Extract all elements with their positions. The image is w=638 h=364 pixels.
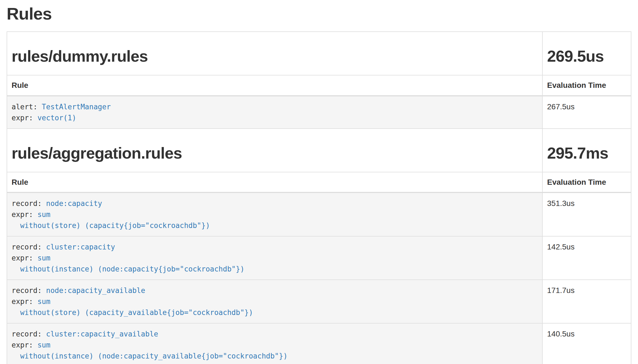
rule-link[interactable]: sum without(store) (capacity_available{j… <box>12 297 253 317</box>
rule-group-eval-total-cell: 269.5us <box>542 32 631 75</box>
rule-column-header: Rule <box>7 172 542 193</box>
rule-row: alert: TestAlertManager expr: vector(1)2… <box>7 96 631 129</box>
rule-group-name: rules/aggregation.rules <box>12 144 538 162</box>
rule-cell: record: node:capacity_available expr: su… <box>7 280 542 323</box>
rule-link[interactable]: sum without(instance) (node:capacity_ava… <box>12 341 288 360</box>
rule-group-file-cell: rules/aggregation.rules <box>7 129 542 172</box>
rule-row: record: node:capacity_available expr: su… <box>7 280 631 323</box>
rule-field-key: record: <box>12 243 46 251</box>
rule-link[interactable]: sum without(instance) (node:capacity{job… <box>12 254 244 273</box>
rule-definition: record: cluster:capacity expr: sum witho… <box>12 241 538 275</box>
rule-evaluation-time: 351.3us <box>542 192 631 236</box>
rule-group-eval-total-cell: 295.7ms <box>542 129 631 172</box>
rule-link[interactable]: cluster:capacity <box>46 243 115 251</box>
rule-field-key: expr: <box>12 341 37 349</box>
rules-page: Rules rules/dummy.rules269.5usRuleEvalua… <box>0 0 638 364</box>
rule-cell: record: cluster:capacity expr: sum witho… <box>7 236 542 280</box>
rule-field-key: record: <box>12 199 46 208</box>
rule-definition: alert: TestAlertManager expr: vector(1) <box>12 101 538 123</box>
rule-group-name: rules/dummy.rules <box>12 47 538 65</box>
rule-link[interactable]: node:capacity_available <box>46 286 145 295</box>
rule-definition: record: node:capacity_available expr: su… <box>12 285 538 318</box>
rule-cell: record: cluster:capacity_available expr:… <box>7 323 542 364</box>
columns-header-row: RuleEvaluation Time <box>7 172 631 193</box>
rule-field-key: expr: <box>12 297 37 306</box>
rule-evaluation-time: 171.7us <box>542 280 631 323</box>
rule-field-key: expr: <box>12 114 37 122</box>
rule-row: record: cluster:capacity_available expr:… <box>7 323 631 364</box>
rule-column-header: Rule <box>7 75 542 96</box>
rule-link[interactable]: vector(1) <box>37 114 76 122</box>
rule-group-header-row: rules/aggregation.rules295.7ms <box>7 129 631 172</box>
evaluation-time-column-header: Evaluation Time <box>542 172 631 193</box>
rule-link[interactable]: node:capacity <box>46 199 102 208</box>
rule-group-eval-total: 295.7ms <box>547 144 626 162</box>
rule-definition: record: node:capacity expr: sum without(… <box>12 198 538 231</box>
rule-group-file-cell: rules/dummy.rules <box>7 32 542 75</box>
rule-group-eval-total: 269.5us <box>547 47 626 65</box>
rule-evaluation-time: 140.5us <box>542 323 631 364</box>
rule-cell: record: node:capacity expr: sum without(… <box>7 192 542 236</box>
rule-definition: record: cluster:capacity_available expr:… <box>12 328 538 362</box>
rule-row: record: cluster:capacity expr: sum witho… <box>7 236 631 280</box>
rule-group-header-row: rules/dummy.rules269.5us <box>7 32 631 75</box>
rule-cell: alert: TestAlertManager expr: vector(1) <box>7 96 542 129</box>
rule-evaluation-time: 142.5us <box>542 236 631 280</box>
rule-evaluation-time: 267.5us <box>542 96 631 129</box>
rule-link[interactable]: sum without(store) (capacity{job="cockro… <box>12 210 210 230</box>
page-title: Rules <box>7 4 631 23</box>
rule-link[interactable]: TestAlertManager <box>42 103 111 111</box>
rule-field-key: record: <box>12 330 46 338</box>
evaluation-time-column-header: Evaluation Time <box>542 75 631 96</box>
rule-field-key: alert: <box>12 103 42 111</box>
rule-row: record: node:capacity expr: sum without(… <box>7 192 631 236</box>
rule-field-key: expr: <box>12 254 37 262</box>
rule-field-key: record: <box>12 286 46 295</box>
rule-link[interactable]: cluster:capacity_available <box>46 330 158 338</box>
rules-table: rules/dummy.rules269.5usRuleEvaluation T… <box>7 31 631 364</box>
rule-field-key: expr: <box>12 210 37 219</box>
columns-header-row: RuleEvaluation Time <box>7 75 631 96</box>
rules-table-body: rules/dummy.rules269.5usRuleEvaluation T… <box>7 32 631 364</box>
